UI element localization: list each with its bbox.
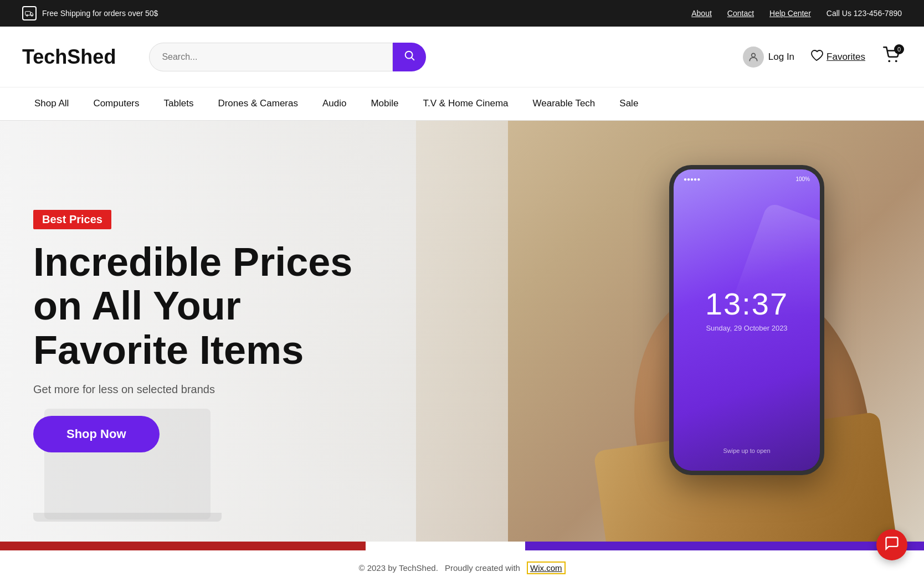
contact-link[interactable]: Contact (727, 9, 754, 18)
footer: © 2023 by TechShed. Proudly created with… (0, 550, 924, 577)
svg-point-5 (888, 60, 890, 62)
shipping-text: Free Shipping for orders over 50$ (42, 9, 158, 18)
favorites-button[interactable]: Favorites (810, 49, 865, 65)
about-link[interactable]: About (691, 9, 712, 18)
nav-wearable[interactable]: Wearable Tech (521, 87, 608, 121)
top-nav-links: About Contact Help Center Call Us 123-45… (691, 9, 902, 18)
footer-wix-box: Wix.com (527, 561, 566, 574)
shop-now-button[interactable]: Shop Now (33, 416, 160, 452)
search-container (149, 43, 426, 71)
phone-status-bar: ●●●●● 100% (674, 176, 820, 182)
cart-count: 0 (894, 44, 904, 54)
main-nav: Shop All Computers Tablets Drones & Came… (0, 87, 924, 121)
phone-mockup: ●●●●● 100% 13:37 Sunday, 29 October 2023… (669, 165, 824, 475)
nav-audio[interactable]: Audio (310, 87, 358, 121)
phone-screen: ●●●●● 100% 13:37 Sunday, 29 October 2023… (674, 169, 820, 471)
cart-icon-wrap: 0 (881, 47, 902, 68)
search-button[interactable] (393, 43, 426, 71)
user-icon (743, 47, 764, 68)
phone-swipe: Swipe up to open (723, 447, 770, 454)
shipping-info: Free Shipping for orders over 50$ (22, 6, 158, 20)
help-center-link[interactable]: Help Center (769, 9, 811, 18)
call-us-text: Call Us 123-456-7890 (827, 9, 902, 18)
wix-link[interactable]: Wix.com (530, 563, 562, 573)
nav-mobile[interactable]: Mobile (358, 87, 410, 121)
shipping-icon (22, 6, 37, 20)
top-bar: Free Shipping for orders over 50$ About … (0, 0, 924, 27)
chat-icon (884, 535, 900, 554)
cart-button[interactable]: 0 (881, 47, 902, 68)
footer-bar-purple (525, 542, 924, 550)
svg-rect-0 (25, 12, 30, 16)
hero-section: ●●●●● 100% 13:37 Sunday, 29 October 2023… (0, 121, 924, 542)
login-button[interactable]: Log In (743, 47, 794, 68)
hero-title: Incredible Prices on All Your Favorite I… (33, 240, 352, 372)
logo[interactable]: TechShed (22, 45, 116, 69)
nav-tablets[interactable]: Tablets (152, 87, 206, 121)
svg-point-4 (751, 53, 755, 57)
nav-shop-all[interactable]: Shop All (22, 87, 81, 121)
search-input[interactable] (149, 43, 393, 71)
footer-bar-gap (366, 542, 525, 550)
header-right: Log In Favorites 0 (743, 47, 902, 68)
nav-sale[interactable]: Sale (607, 87, 650, 121)
login-label: Log In (768, 51, 794, 63)
hero-subtitle: Get more for less on selected brands (33, 383, 352, 396)
nav-computers[interactable]: Computers (81, 87, 151, 121)
laptop-base-hint (33, 513, 222, 522)
hero-content: Best Prices Incredible Prices on All You… (0, 210, 352, 452)
best-prices-badge: Best Prices (33, 210, 111, 229)
search-icon (403, 49, 415, 64)
footer-copyright: © 2023 by TechShed. (358, 563, 438, 573)
phone-number: 123-456-7890 (854, 9, 902, 18)
header: TechShed Log In (0, 27, 924, 87)
svg-point-6 (895, 60, 897, 62)
favorites-label: Favorites (827, 51, 865, 63)
nav-tv[interactable]: T.V & Home Cinema (411, 87, 521, 121)
footer-bars (0, 542, 924, 550)
svg-point-1 (27, 15, 28, 17)
footer-proudly: Proudly created with (445, 563, 520, 573)
footer-bar-red (0, 542, 366, 550)
heart-icon (810, 49, 823, 65)
nav-drones[interactable]: Drones & Cameras (206, 87, 310, 121)
chat-button[interactable] (876, 529, 907, 560)
